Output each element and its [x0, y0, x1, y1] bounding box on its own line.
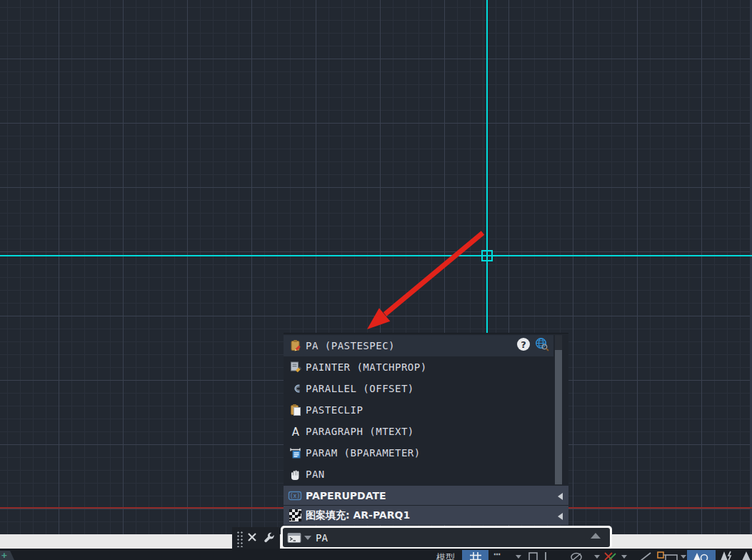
osnap-dropdown-icon[interactable]: [621, 555, 627, 559]
drag-handle-icon[interactable]: [236, 530, 244, 547]
suggestion-pasteclip[interactable]: PASTECLIP: [284, 399, 568, 421]
status-bar: 模型 ⋯: [0, 549, 752, 560]
pastespec-icon: [289, 339, 303, 352]
isodraft-dropdown-icon[interactable]: [594, 555, 600, 559]
command-input[interactable]: [314, 531, 553, 544]
suggestion-pa-pastespec[interactable]: PA (PASTESPEC): [284, 335, 553, 356]
popup-scrollbar-thumb[interactable]: [555, 350, 562, 484]
mtext-icon: A: [289, 425, 303, 438]
recent-commands-icon[interactable]: [304, 536, 311, 540]
offset-icon: [289, 382, 303, 395]
command-prompt-icon: [287, 532, 301, 544]
expand-history-icon[interactable]: [591, 533, 601, 539]
internet-search-icon[interactable]: [534, 337, 550, 354]
crosshair-vertical: [486, 0, 488, 333]
command-input-container: [281, 526, 612, 549]
expand-left-icon[interactable]: [558, 513, 563, 520]
reference-dropdown-icon[interactable]: [681, 555, 686, 559]
pickbox-cursor: [481, 250, 493, 261]
section-paperupdate[interactable]: (x) PAPERUPDATE: [284, 486, 568, 505]
hatch-icon: [288, 509, 302, 522]
bparameter-icon: [289, 446, 303, 459]
crosshair-horizontal: [0, 255, 752, 256]
grid-display-button[interactable]: [462, 550, 488, 560]
svg-text:?: ?: [521, 339, 526, 350]
popup-scrollbar[interactable]: [555, 335, 562, 485]
snap-dropdown-icon[interactable]: [516, 555, 521, 559]
suggestion-pan[interactable]: PAN: [284, 464, 568, 485]
wrench-icon[interactable]: [263, 531, 276, 546]
pasteclip-icon: [289, 404, 303, 416]
svg-text:A: A: [292, 426, 300, 439]
model-space-button[interactable]: 模型: [436, 551, 455, 560]
command-autocomplete-popup: PA (PASTESPEC) ? PAINTER (MATCHPROP) PAR…: [284, 333, 568, 524]
suggestion-parallel-offset[interactable]: PARALLEL (OFFSET): [284, 378, 568, 399]
annotation-visibility-button[interactable]: [687, 550, 716, 560]
section-hatch-ar-parq1[interactable]: 图案填充: AR-PARQ1: [284, 506, 568, 525]
help-icon[interactable]: ?: [516, 337, 531, 354]
suggestion-param-bparameter[interactable]: PARAM (BPARAMETER): [284, 442, 568, 464]
suggestion-paragraph-mtext[interactable]: A PARAGRAPH (MTEXT): [284, 421, 568, 442]
command-field[interactable]: [283, 528, 610, 547]
matchprop-icon: [289, 361, 303, 374]
command-bar-controls: [232, 527, 280, 549]
pan-icon: [289, 468, 303, 481]
suggestion-label: PA (PASTESPEC): [306, 340, 395, 351]
application-window: PA (PASTESPEC) ? PAINTER (MATCHPROP) PAR…: [0, 0, 752, 560]
sysvar-icon: (x): [288, 489, 302, 502]
close-icon[interactable]: [247, 531, 257, 545]
expand-left-icon[interactable]: [558, 493, 563, 500]
snap-modes-button[interactable]: ⋯: [493, 547, 501, 560]
suggestion-painter-matchprop[interactable]: PAINTER (MATCHPROP): [284, 356, 568, 378]
svg-text:(x): (x): [290, 492, 300, 499]
